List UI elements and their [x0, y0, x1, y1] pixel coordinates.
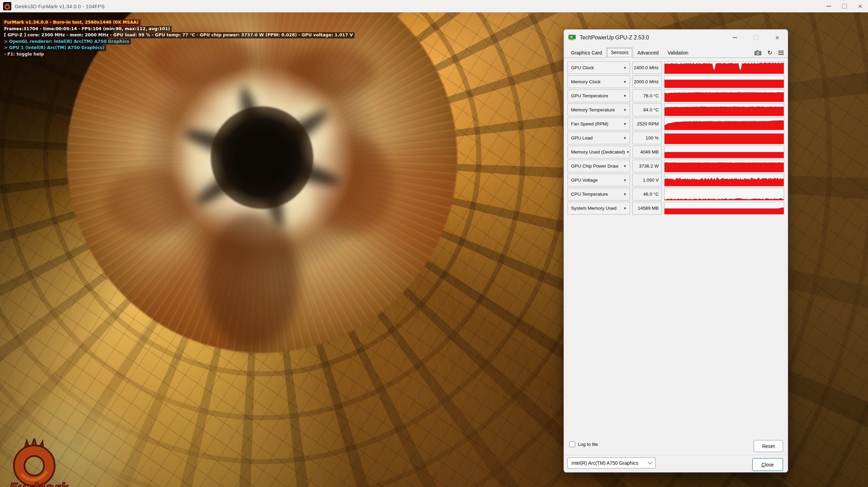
close-button[interactable]: Close — [752, 458, 783, 471]
sensor-dropdown-gpu-temperature[interactable]: GPU Temperature▼ — [568, 89, 630, 102]
sensor-graph-gpu-temperature — [664, 89, 784, 102]
gpuz-toolbar: ↻ — [754, 50, 784, 56]
sensor-value-gpu-voltage: 1.050 V — [632, 174, 662, 186]
gpuz-minimize-button[interactable] — [724, 29, 745, 46]
screenshot-camera-button[interactable] — [754, 50, 761, 56]
sensor-graph-gpu-clock — [664, 61, 784, 74]
gpu-device-value: Intel(R) Arc(TM) A750 Graphics — [571, 460, 638, 466]
sensor-graph-gpu-chip-power-draw — [664, 160, 784, 172]
sensor-row-system-memory-used: System Memory Used▼14589 MB — [568, 202, 784, 215]
sensor-label: Memory Clock — [571, 79, 600, 84]
sensor-label: GPU Temperature — [571, 93, 608, 98]
sensor-label: Memory Temperature — [571, 107, 615, 112]
tab-graphics-card[interactable]: Graphics Card — [567, 48, 606, 58]
menu-button[interactable] — [778, 51, 784, 55]
sensor-value-memory-temperature: 84.0 °C — [632, 104, 662, 116]
sensor-value-gpu-clock: 2400.0 MHz — [632, 61, 662, 74]
sensor-graph-cpu-temperature — [664, 188, 784, 200]
dropdown-arrow-icon: ▼ — [623, 207, 627, 210]
sensor-dropdown-memory-clock[interactable]: Memory Clock▼ — [568, 75, 630, 88]
sensor-graph-memory-clock — [664, 75, 784, 88]
sensor-row-gpu-clock: GPU Clock▼2400.0 MHz — [568, 61, 784, 74]
close-icon: × — [775, 34, 779, 41]
sensor-dropdown-fan-speed-rpm[interactable]: Fan Speed (RPM)▼ — [568, 118, 630, 130]
sensor-dropdown-gpu-chip-power-draw[interactable]: GPU Chip Power Draw▼ — [568, 160, 630, 172]
furmark-titlebar: Geeks3D FurMark v1.34.0.0 - 104FPS × — [0, 0, 868, 12]
footer-separator — [564, 455, 788, 455]
sensor-row-memory-used-dedicated: Memory Used (Dedicated)▼4049 MB — [568, 146, 784, 158]
sensor-row-gpu-temperature: GPU Temperature▼76.0 °C — [568, 89, 784, 102]
osd-opengl-renderer: > OpenGL renderer: Intel(R) Arc(TM) A750… — [2, 39, 131, 45]
osd-help-hint: - F1: toggle help — [2, 51, 46, 58]
sensor-value-fan-speed-rpm: 2520 RPM — [632, 118, 662, 130]
sensor-label: GPU Chip Power Draw — [571, 163, 618, 169]
log-to-file-checkbox[interactable] — [569, 441, 575, 447]
sensor-dropdown-gpu-clock[interactable]: GPU Clock▼ — [568, 61, 630, 74]
sensor-dropdown-cpu-temperature[interactable]: CPU Temperature▼ — [568, 188, 630, 200]
sensor-label: CPU Temperature — [571, 192, 608, 197]
gpuz-maximize-button[interactable] — [745, 29, 767, 46]
osd-test-info: FurMark v1.34.0.0 - Burn-in test, 2560x1… — [2, 20, 140, 26]
sensor-label: Memory Used (Dedicated) — [571, 149, 625, 155]
sensor-row-cpu-temperature: CPU Temperature▼46.0 °C — [568, 188, 784, 200]
log-to-file-label: Log to file — [578, 442, 598, 447]
sensor-dropdown-system-memory-used[interactable]: System Memory Used▼ — [568, 202, 630, 215]
sensor-graph-gpu-voltage — [664, 174, 784, 186]
sensor-graph-memory-temperature — [664, 104, 784, 116]
chevron-down-icon — [648, 460, 652, 464]
tab-advanced[interactable]: Advanced — [633, 48, 663, 58]
sensor-dropdown-memory-used-dedicated[interactable]: Memory Used (Dedicated)▼ — [568, 146, 630, 158]
sensor-value-gpu-temperature: 76.0 °C — [632, 89, 662, 102]
tab-sensors[interactable]: Sensors — [606, 47, 633, 58]
osd-gpu1: > GPU 1 (Intel(R) Arc(TM) A750 Graphics) — [2, 45, 106, 51]
sensor-graph-memory-used-dedicated — [664, 146, 784, 158]
dropdown-arrow-icon: ▼ — [623, 165, 627, 168]
refresh-sensors-button[interactable]: ↻ — [767, 50, 772, 56]
maximize-icon — [842, 4, 847, 9]
sensor-dropdown-gpu-voltage[interactable]: GPU Voltage▼ — [568, 174, 630, 186]
sensor-dropdown-gpu-load[interactable]: GPU Load▼ — [568, 132, 630, 144]
reset-button[interactable]: Reset — [754, 440, 783, 452]
dropdown-arrow-icon: ▼ — [623, 94, 627, 98]
gpuz-titlebar: TechPowerUp GPU-Z 2.53.0 × — [564, 29, 788, 46]
furmark-window-title: Geeks3D FurMark v1.34.0.0 - 104FPS — [15, 3, 105, 9]
dropdown-arrow-icon: ▼ — [623, 66, 627, 70]
sensor-label: System Memory Used — [571, 206, 617, 211]
sensor-row-memory-temperature: Memory Temperature▼84.0 °C — [568, 104, 784, 116]
maximize-icon — [754, 35, 758, 40]
furmark-minimize-button[interactable] — [821, 0, 836, 12]
sensor-dropdown-memory-temperature[interactable]: Memory Temperature▼ — [568, 104, 630, 116]
furmark-logo: FurMark — [7, 438, 69, 487]
dropdown-arrow-icon: ▼ — [623, 80, 627, 84]
sensor-value-gpu-load: 100 % — [632, 132, 662, 144]
furmark-app-icon — [3, 2, 11, 10]
sensor-value-gpu-chip-power-draw: 3736.2 W — [632, 160, 662, 172]
sensor-label: GPU Voltage — [571, 178, 598, 183]
gpu-device-select[interactable]: Intel(R) Arc(TM) A750 Graphics — [567, 458, 656, 468]
sensor-graph-fan-speed-rpm — [664, 118, 784, 130]
gpuz-app-icon — [568, 34, 576, 41]
tab-validation[interactable]: Validation — [663, 48, 693, 58]
gpuz-tabstrip: Graphics CardSensorsAdvancedValidation ↻ — [564, 46, 788, 58]
furmark-maximize-button[interactable] — [836, 0, 852, 12]
dropdown-arrow-icon: ▼ — [623, 136, 627, 140]
sensor-value-memory-clock: 2000.0 MHz — [632, 75, 662, 88]
furmark-osd: FurMark v1.34.0.0 - Burn-in test, 2560x1… — [2, 20, 355, 58]
sensor-graph-system-memory-used — [664, 202, 784, 215]
furmark-close-button[interactable]: × — [852, 0, 868, 12]
sensor-value-cpu-temperature: 46.0 °C — [632, 188, 662, 200]
furmark-logo-text: FurMark — [8, 480, 69, 487]
sensor-value-system-memory-used: 14589 MB — [632, 202, 662, 215]
sensor-label: GPU Load — [571, 135, 593, 141]
sensor-row-fan-speed-rpm: Fan Speed (RPM)▼2520 RPM — [568, 118, 784, 130]
sensor-row-memory-clock: Memory Clock▼2000.0 MHz — [568, 75, 784, 88]
gpuz-close-button[interactable]: × — [767, 29, 788, 46]
minimize-icon — [827, 6, 831, 7]
osd-gpuz-stats: [ GPU-Z ] core: 2300 MHz - mem: 2000 MHz… — [2, 32, 355, 38]
eye-pupil — [211, 106, 313, 209]
dropdown-arrow-icon: ▼ — [623, 193, 627, 196]
sensor-row-gpu-chip-power-draw: GPU Chip Power Draw▼3736.2 W — [568, 160, 784, 172]
dropdown-arrow-icon: ▼ — [627, 150, 630, 154]
minimize-icon — [733, 37, 737, 38]
dropdown-arrow-icon: ▼ — [623, 122, 627, 126]
